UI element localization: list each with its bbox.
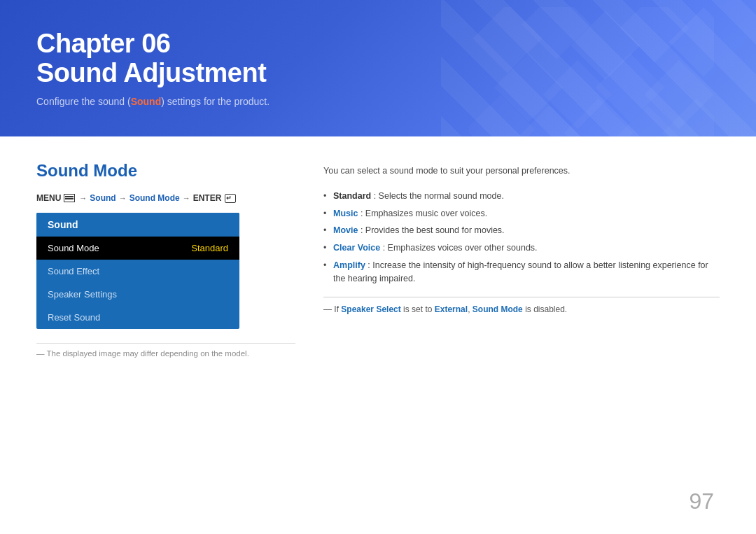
note-text: ― If Speaker Select is set to External, …	[323, 297, 720, 316]
note-term3: Sound Mode	[472, 304, 523, 314]
note-term2: External	[435, 304, 468, 314]
enter-icon	[225, 194, 236, 203]
osd-item-sound-effect[interactable]: Sound Effect	[36, 260, 239, 283]
term-music: Music	[333, 209, 358, 218]
subtitle-prefix: Configure the sound (	[36, 96, 131, 107]
text-movie: : Provides the best sound for movies.	[360, 225, 505, 235]
osd-menu: Sound Sound Mode Standard Sound Effect S…	[36, 213, 239, 329]
menu-label: MENU	[36, 193, 61, 203]
text-amplify: : Increase the intensity of high-frequen…	[333, 260, 708, 283]
note-comma: ,	[468, 304, 472, 314]
bullet-list: Standard : Selects the normal sound mode…	[323, 188, 720, 288]
osd-item-reset-sound[interactable]: Reset Sound	[36, 306, 239, 329]
osd-item-value: Standard	[191, 243, 228, 253]
term-standard: Standard	[333, 191, 371, 201]
subtitle-highlight: Sound	[131, 96, 162, 107]
note-term1: Speaker Select	[341, 304, 400, 314]
subtitle-suffix: ) settings for the product.	[161, 96, 270, 107]
list-item-movie: Movie : Provides the best sound for movi…	[323, 222, 720, 239]
note-middle: is set to	[401, 304, 435, 314]
osd-item-label: Speaker Settings	[48, 289, 117, 300]
decorative-diamonds	[469, 7, 714, 136]
list-item-amplify: Amplify : Increase the intensity of high…	[323, 257, 720, 288]
term-clear-voice: Clear Voice	[333, 243, 380, 253]
text-standard: : Selects the normal sound mode.	[374, 191, 504, 201]
osd-item-speaker-settings[interactable]: Speaker Settings	[36, 283, 239, 306]
text-music: : Emphasizes music over voices.	[360, 209, 487, 218]
term-amplify: Amplify	[333, 260, 365, 270]
description-intro: You can select a sound mode to suit your…	[323, 164, 720, 178]
section-title: Sound Mode	[36, 161, 295, 181]
text-clear-voice: : Emphasizes voices over other sounds.	[383, 243, 538, 253]
osd-item-sound-mode[interactable]: Sound Mode Standard	[36, 237, 239, 260]
right-column: You can select a sound mode to suit your…	[323, 161, 720, 358]
enter-label: ENTER	[193, 193, 222, 203]
osd-item-label: Sound Effect	[48, 266, 99, 276]
note-prefix: ― If	[323, 304, 341, 314]
footer-note: ― The displayed image may differ dependi…	[36, 343, 295, 358]
list-item-music: Music : Emphasizes music over voices.	[323, 205, 720, 223]
arrow1: →	[79, 194, 87, 202]
osd-item-label: Sound Mode	[48, 243, 99, 253]
menu-path: MENU → Sound → Sound Mode → ENTER	[36, 193, 295, 203]
arrow3: →	[183, 194, 190, 202]
osd-header: Sound	[36, 213, 239, 237]
list-item-standard: Standard : Selects the normal sound mode…	[323, 188, 720, 205]
note-suffix: is disabled.	[523, 304, 567, 314]
arrow2: →	[119, 194, 127, 202]
term-movie: Movie	[333, 225, 358, 235]
mode-link: Sound Mode	[130, 193, 180, 203]
sound-link: Sound	[90, 193, 115, 203]
osd-item-label: Reset Sound	[48, 312, 100, 323]
left-column: Sound Mode MENU → Sound → Sound Mode → E…	[36, 161, 295, 358]
main-content: Sound Mode MENU → Sound → Sound Mode → E…	[0, 136, 756, 382]
list-item-clear-voice: Clear Voice : Emphasizes voices over oth…	[323, 239, 720, 257]
header-banner: Chapter 06 Sound Adjustment Configure th…	[0, 0, 756, 136]
page-number: 97	[689, 489, 714, 514]
menu-icon	[64, 194, 75, 202]
